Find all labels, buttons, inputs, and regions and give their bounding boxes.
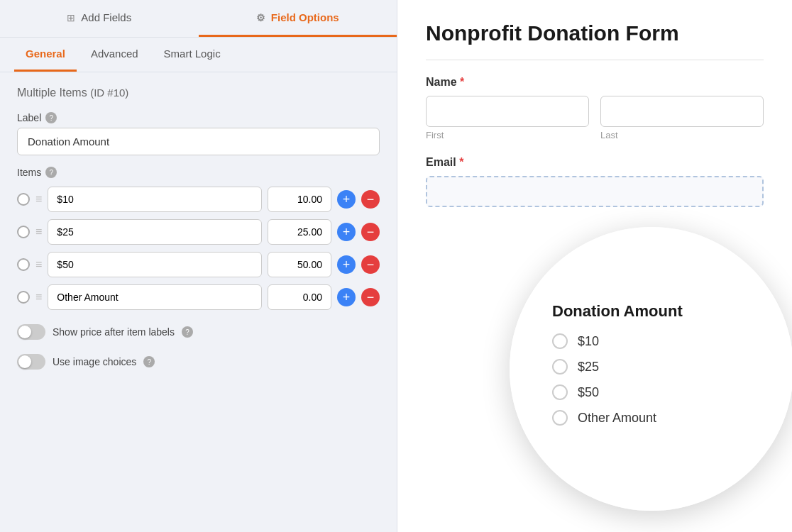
item-remove-2[interactable]: − [361,255,380,274]
subtab-advanced-label: Advanced [91,48,138,60]
item-radio-2[interactable] [17,258,30,271]
label-field-label: Label ? [17,112,380,123]
drag-handle-2[interactable]: ≡ [35,258,42,271]
item-add-1[interactable]: + [337,223,356,241]
items-label: Items ? [17,167,380,178]
item-radio-1[interactable] [17,226,30,238]
subtab-general[interactable]: General [14,38,77,72]
left-panel: ⊞ Add Fields ⚙ Field Options General Adv… [0,0,397,532]
toggle-show-price-row: Show price after item labels ? [17,324,380,340]
item-name-0[interactable] [48,187,262,212]
add-fields-icon: ⊞ [67,12,75,23]
email-required-star: * [459,156,463,168]
last-name-field: Last [600,96,764,140]
items-help-icon[interactable]: ? [45,167,57,178]
zoom-radio-0[interactable] [552,333,568,349]
tab-field-options-label: Field Options [271,11,339,23]
zoom-label-3: Other Amount [578,411,656,426]
subtab-smart-logic-label: Smart Logic [164,48,221,60]
top-tabs-bar: ⊞ Add Fields ⚙ Field Options [0,0,397,38]
zoom-radio-1[interactable] [552,359,568,375]
zoom-label-2: $50 [578,385,599,400]
right-panel: Nonprofit Donation Form Name * First Las… [397,0,792,532]
toggle-image-choices-row: Use image choices ? [17,354,380,370]
zoom-label-0: $10 [578,334,599,349]
name-required-star: * [460,76,464,88]
item-radio-0[interactable] [17,193,30,206]
item-remove-0[interactable]: − [361,190,380,209]
item-name-2[interactable] [48,252,262,277]
tab-add-fields-label: Add Fields [81,11,131,23]
last-name-input[interactable] [600,96,764,127]
first-name-field: First [426,96,589,140]
item-remove-3[interactable]: − [361,288,380,306]
item-add-3[interactable]: + [337,288,356,306]
item-add-2[interactable]: + [337,255,356,274]
tab-add-fields[interactable]: ⊞ Add Fields [0,0,199,37]
zoom-item-2: $50 [552,384,599,400]
drag-handle-3[interactable]: ≡ [35,291,42,304]
item-row: ≡ + − [17,187,380,212]
item-row: ≡ + − [17,219,380,245]
form-divider [426,60,764,60]
zoom-label-1: $25 [578,360,599,375]
zoom-section-title: Donation Amount [552,302,683,321]
item-add-0[interactable]: + [337,190,356,209]
zoom-item-1: $25 [552,359,599,375]
label-section: Label ? [17,112,380,155]
item-price-1[interactable] [268,219,331,245]
item-price-0[interactable] [268,187,331,212]
zoom-radio-3[interactable] [552,410,568,426]
item-row: ≡ + − [17,252,380,277]
zoom-circle: Donation Amount $10 $25 $50 Other Amount [510,227,792,511]
tab-field-options[interactable]: ⚙ Field Options [199,0,397,37]
zoom-radio-2[interactable] [552,384,568,400]
item-price-3[interactable] [268,284,331,310]
toggle-image-choices-label: Use image choices [53,356,136,367]
subtab-smart-logic[interactable]: Smart Logic [153,38,232,72]
zoom-item-0: $10 [552,333,599,349]
item-name-1[interactable] [48,219,262,245]
item-remove-1[interactable]: − [361,223,380,241]
item-name-3[interactable] [48,284,262,310]
email-label: Email * [426,156,764,169]
form-title: Nonprofit Donation Form [426,21,764,45]
zoom-item-3: Other Amount [552,410,656,426]
item-radio-3[interactable] [17,291,30,304]
toggle-image-choices-knob [18,355,31,368]
name-section: Name * First Last [426,76,764,140]
drag-handle-1[interactable]: ≡ [35,226,42,238]
last-name-sublabel: Last [600,130,764,140]
field-title: Multiple Items (ID #10) [17,87,380,99]
item-row: ≡ + − [17,284,380,310]
toggle-show-price-label: Show price after item labels [53,326,175,338]
item-price-2[interactable] [268,252,331,277]
first-name-sublabel: First [426,130,589,140]
toggle-image-choices-help[interactable]: ? [143,356,155,367]
sub-tabs-bar: General Advanced Smart Logic [0,38,397,72]
field-options-icon: ⚙ [256,12,265,23]
first-name-input[interactable] [426,96,589,127]
email-input[interactable] [426,176,764,207]
email-section: Email * [426,156,764,207]
name-fields: First Last [426,96,764,140]
subtab-advanced[interactable]: Advanced [79,38,150,72]
subtab-general-label: General [26,48,65,60]
left-content: Multiple Items (ID #10) Label ? Items ? … [0,72,397,532]
label-help-icon[interactable]: ? [45,112,57,123]
toggle-show-price-knob [18,326,31,338]
name-label: Name * [426,76,764,89]
toggle-show-price[interactable] [17,324,45,340]
label-input[interactable] [17,128,380,155]
toggle-show-price-help[interactable]: ? [182,326,193,338]
drag-handle-0[interactable]: ≡ [35,193,42,206]
toggle-image-choices[interactable] [17,354,45,370]
